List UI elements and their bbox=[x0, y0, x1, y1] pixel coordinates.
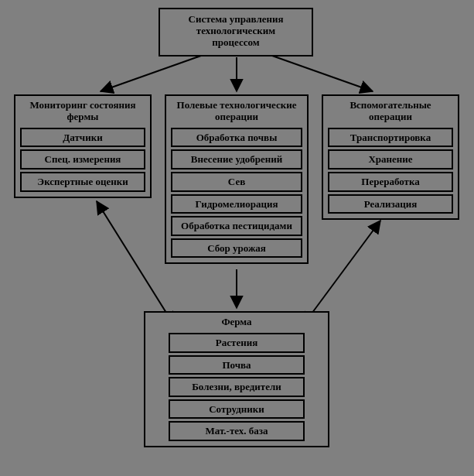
svg-line-0 bbox=[101, 56, 201, 91]
list-item: Сотрудники bbox=[169, 399, 305, 419]
title-line: Полевые технологические bbox=[177, 99, 297, 111]
svg-line-4 bbox=[97, 201, 174, 325]
node-monitoring: Мониторинг состояния фермы Датчики Спец.… bbox=[14, 94, 152, 198]
list-item: Почва bbox=[169, 355, 305, 375]
list-item: Транспортировка bbox=[328, 128, 453, 148]
list-item: Хранение bbox=[328, 149, 453, 170]
title-line: фермы bbox=[67, 111, 99, 122]
list-item: Сев bbox=[171, 172, 302, 192]
list-item: Реализация bbox=[328, 194, 453, 214]
list-item: Переработка bbox=[328, 172, 453, 192]
node-aux-operations: Вспомогательные операции Транспортировка… bbox=[322, 94, 459, 220]
svg-line-2 bbox=[272, 56, 373, 91]
title-line: операции bbox=[215, 111, 258, 122]
title-line: процессом bbox=[212, 36, 259, 48]
list-item: Датчики bbox=[20, 128, 145, 148]
title-line: Система управления bbox=[189, 13, 284, 25]
node-field-operations: Полевые технологические операции Обработ… bbox=[165, 94, 309, 264]
list-item: Обработка пестицидами bbox=[171, 216, 302, 236]
node-title: Полевые технологические операции bbox=[166, 96, 307, 128]
list-item: Мат.-тех. база bbox=[169, 421, 305, 441]
node-title: Мониторинг состояния фермы bbox=[15, 96, 150, 128]
list-item: Экспертные оценки bbox=[20, 172, 145, 192]
node-title: Система управления технологическим проце… bbox=[160, 9, 312, 55]
title-line: Вспомогательные bbox=[350, 99, 431, 111]
list-item: Спец. измерения bbox=[20, 149, 145, 170]
list-item: Гидромелиорация bbox=[171, 194, 302, 214]
node-control-system: Система управления технологическим проце… bbox=[159, 8, 313, 57]
list-item: Обработка почвы bbox=[171, 128, 302, 148]
title-line: технологическим bbox=[196, 25, 275, 36]
title-line: операции bbox=[369, 111, 412, 122]
list-item: Растения bbox=[169, 333, 305, 353]
item-list: Датчики Спец. измерения Экспертные оценк… bbox=[15, 128, 150, 197]
list-item: Болезни, вредители bbox=[169, 377, 305, 397]
item-list: Растения Почва Болезни, вредители Сотруд… bbox=[145, 333, 328, 446]
title-line: Ферма bbox=[221, 316, 251, 327]
item-list: Транспортировка Хранение Переработка Реа… bbox=[323, 128, 458, 218]
svg-line-5 bbox=[303, 221, 380, 325]
node-title: Ферма bbox=[145, 313, 328, 333]
node-farm: Ферма Растения Почва Болезни, вредители … bbox=[144, 311, 329, 447]
title-line: Мониторинг состояния bbox=[29, 99, 135, 111]
list-item: Сбор урожая bbox=[171, 238, 302, 259]
list-item: Внесение удобрений bbox=[171, 149, 302, 170]
node-title: Вспомогательные операции bbox=[323, 96, 458, 128]
item-list: Обработка почвы Внесение удобрений Сев Г… bbox=[166, 128, 307, 263]
